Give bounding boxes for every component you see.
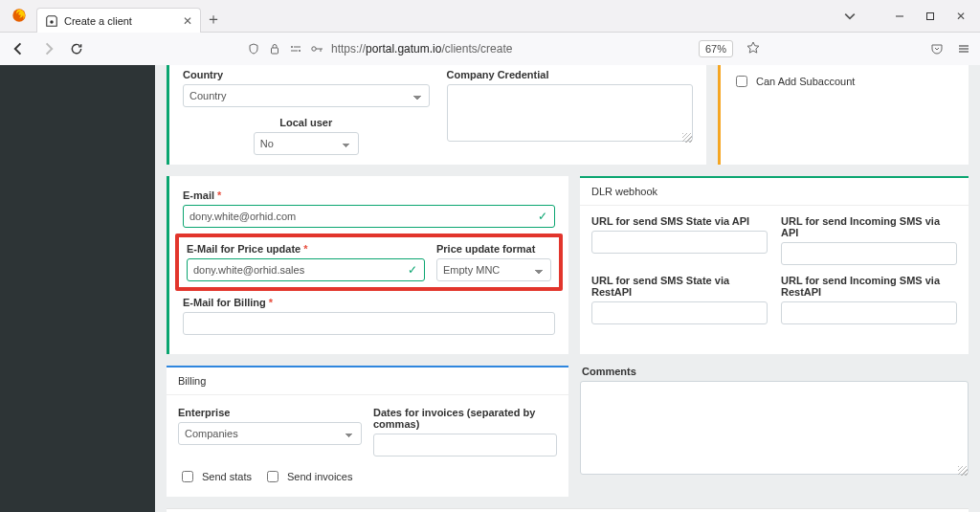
email-price-input[interactable] <box>187 258 425 281</box>
send-invoices-checkbox[interactable]: Send invoices <box>263 468 353 485</box>
lock-icon <box>268 42 281 56</box>
email-billing-input[interactable] <box>183 312 555 335</box>
pocket-icon[interactable] <box>930 42 944 56</box>
browser-tab-bar: Create a client ✕ ＋ ✕ <box>0 0 980 33</box>
invoice-dates-label: Dates for invoices (separated by commas) <box>373 407 557 430</box>
svg-rect-3 <box>927 13 934 20</box>
dlr-sms-api-input[interactable] <box>591 231 768 254</box>
can-add-subaccount-checkbox[interactable]: Can Add Subaccount <box>732 73 957 90</box>
svg-point-1 <box>50 20 54 24</box>
comments-label: Comments <box>580 366 969 377</box>
country-label: Country <box>183 69 430 80</box>
email-input[interactable] <box>183 205 555 228</box>
new-tab-button[interactable]: ＋ <box>201 7 226 32</box>
dlr-incoming-api-input[interactable] <box>781 242 957 265</box>
email-panel: E-mail * ✓ E-Mail for Price update * ✓ P… <box>167 176 568 354</box>
app-sidebar <box>0 65 155 512</box>
window-controls: ✕ <box>836 0 980 33</box>
browser-address-bar: https://portal.gatum.io/clients/create 6… <box>0 33 980 66</box>
check-icon: ✓ <box>408 263 417 277</box>
dlr-incoming-rest-input[interactable] <box>781 301 957 324</box>
firefox-icon <box>6 2 33 29</box>
shield-icon <box>247 42 260 56</box>
maximize-button[interactable] <box>917 3 944 30</box>
main-content: Country Country Local user No Company Cr… <box>155 65 980 512</box>
url-box[interactable]: https://portal.gatum.io/clients/create 6… <box>239 40 769 57</box>
bookmark-icon[interactable] <box>746 41 762 56</box>
close-window-button[interactable]: ✕ <box>947 3 974 30</box>
key-icon <box>310 42 323 56</box>
form-footer: * — Required fields Save Cancel <box>167 508 969 512</box>
dlr-webhook-panel: DLR webhook URL for send SMS State via A… <box>580 176 969 354</box>
invoice-dates-input[interactable] <box>373 434 557 456</box>
price-format-select[interactable]: Empty MNC <box>436 258 551 281</box>
svg-point-9 <box>312 47 316 51</box>
email-billing-label: E-Mail for Billing * <box>183 297 555 308</box>
subaccount-panel: Can Add Subaccount <box>718 65 969 165</box>
enterprise-select[interactable]: Companies <box>178 422 362 445</box>
svg-rect-4 <box>272 48 278 54</box>
enterprise-label: Enterprise <box>178 407 362 418</box>
browser-tab[interactable]: Create a client ✕ <box>36 8 201 33</box>
dlr-sms-rest-input[interactable] <box>591 301 768 324</box>
tab-favicon-icon <box>45 14 58 28</box>
zoom-level[interactable]: 67% <box>699 40 733 57</box>
menu-icon[interactable] <box>957 42 970 56</box>
minimize-button[interactable] <box>886 3 913 30</box>
billing-panel: Billing EnterpriseCompanies Dates for in… <box>167 366 568 497</box>
local-user-select[interactable]: No <box>254 132 359 155</box>
check-icon: ✓ <box>538 210 547 223</box>
close-tab-icon[interactable]: ✕ <box>183 14 192 28</box>
dlr-sms-rest-label: URL for send SMS State via RestAPI <box>591 275 768 298</box>
tab-title: Create a client <box>64 15 177 27</box>
url-text: https://portal.gatum.io/clients/create <box>331 42 691 56</box>
comments-textarea[interactable] <box>580 381 969 475</box>
local-user-label: Local user <box>254 117 359 128</box>
tabs-list-icon[interactable] <box>836 3 863 30</box>
billing-header: Billing <box>167 367 568 395</box>
dlr-sms-api-label: URL for send SMS State via API <box>591 215 768 227</box>
send-stats-checkbox[interactable]: Send stats <box>178 468 252 485</box>
company-credential-label: Company Credential <box>447 69 694 80</box>
price-update-highlight: E-Mail for Price update * ✓ Price update… <box>175 234 563 291</box>
dlr-incoming-rest-label: URL for send Incoming SMS via RestAPI <box>781 275 957 298</box>
company-credential-textarea[interactable] <box>447 84 694 142</box>
comments-panel: Comments <box>580 366 969 497</box>
svg-point-7 <box>299 50 301 52</box>
email-label: E-mail * <box>183 189 555 201</box>
svg-point-5 <box>291 46 293 48</box>
client-details-panel: Country Country Local user No Company Cr… <box>167 65 706 165</box>
forward-button[interactable] <box>38 39 57 58</box>
country-select[interactable]: Country <box>183 84 430 107</box>
price-format-label: Price update format <box>436 243 551 255</box>
permissions-icon <box>289 42 302 56</box>
dlr-header: DLR webhook <box>580 178 969 206</box>
back-button[interactable] <box>10 39 29 58</box>
email-price-label: E-Mail for Price update * <box>187 243 425 255</box>
dlr-incoming-api-label: URL for send Incoming SMS via API <box>781 215 957 238</box>
reload-button[interactable] <box>67 39 86 58</box>
